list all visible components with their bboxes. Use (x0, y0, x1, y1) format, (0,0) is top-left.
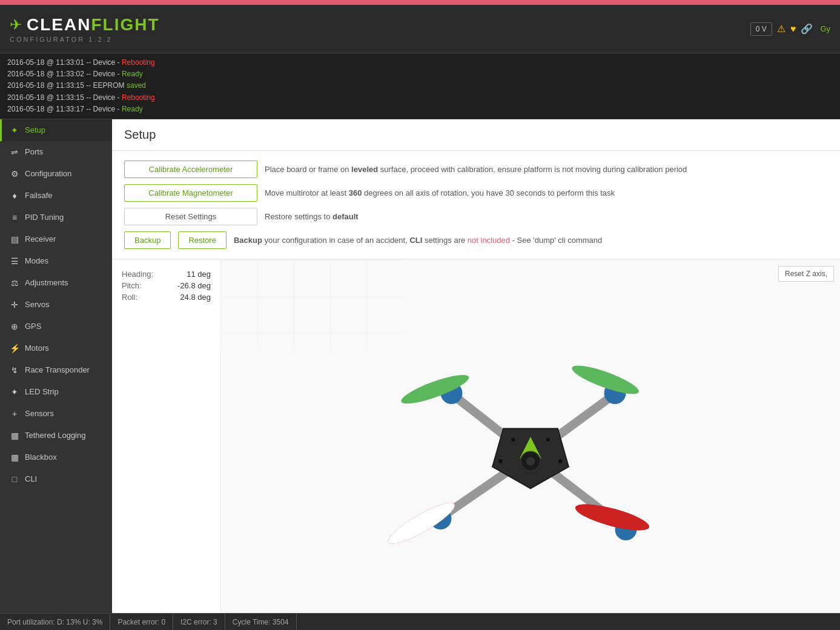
sidebar-label-ports: Ports (25, 147, 43, 156)
calibrate-mag-desc: Move multirotor at least 360 degrees on … (265, 188, 828, 197)
sidebar-item-configuration[interactable]: ⚙ Configuration (0, 163, 112, 185)
cli-icon: □ (9, 474, 20, 484)
status-bar: Port utilization: D: 13% U: 3% Packet er… (0, 613, 840, 630)
orientation-stats: Heading: 11 deg Pitch: -26.8 deg Roll: 2… (112, 260, 221, 618)
sidebar-label-modes: Modes (25, 256, 48, 265)
tethered-logging-icon: ▦ (9, 431, 20, 440)
sidebar-item-blackbox[interactable]: ▦ Blackbox (0, 446, 112, 468)
roll-value: 24.8 deg (180, 293, 211, 302)
log-status-4: Rebooting (122, 93, 155, 102)
svg-point-23 (558, 459, 563, 464)
log-status-1: Rebooting (122, 58, 155, 67)
restore-button[interactable]: Restore (178, 231, 227, 249)
log-ts-3: 2016-05-18 @ 11:33:15 -- EEPROM (7, 81, 127, 90)
calibrate-accel-row: Calibrate Accelerometer Place board or f… (124, 161, 828, 178)
svg-point-21 (511, 437, 516, 442)
sidebar-item-led-strip[interactable]: ✦ LED Strip (0, 381, 112, 403)
sidebar-label-receiver: Receiver (25, 234, 56, 244)
sidebar-label-adjustments: Adjustments (25, 278, 68, 287)
sidebar-item-ports[interactable]: ⇌ Ports (0, 141, 112, 163)
log-entry-2: 2016-05-18 @ 11:33:02 -- Device - Ready (7, 68, 833, 80)
visualization-area: Heading: 11 deg Pitch: -26.8 deg Roll: 2… (112, 259, 840, 618)
failsafe-icon: ♦ (9, 191, 20, 201)
sidebar-item-tethered-logging[interactable]: ▦ Tethered Logging (0, 425, 112, 446)
reset-settings-button[interactable]: Reset Settings (124, 208, 257, 225)
app-header: ✈ CLEANFLIGHT CONFIGURATOR 1.2.2 0 V ⚠ ♥… (0, 5, 840, 53)
sidebar-item-cli[interactable]: □ CLI (0, 468, 112, 490)
calibrate-accelerometer-button[interactable]: Calibrate Accelerometer (124, 161, 257, 178)
sidebar-item-servos[interactable]: ✛ Servos (0, 294, 112, 316)
sidebar-label-cli: CLI (25, 474, 37, 483)
svg-point-20 (526, 457, 535, 466)
sidebar-label-servos: Servos (25, 300, 49, 309)
reset-z-axis-button[interactable]: Reset Z axis, (778, 266, 834, 282)
ports-icon: ⇌ (9, 147, 20, 157)
svg-point-16 (573, 499, 651, 536)
sidebar-label-race-transponder: Race Transponder (25, 365, 90, 374)
config-icon: ⚙ (9, 169, 20, 179)
pitch-row: Pitch: -26.8 deg (122, 281, 211, 290)
sidebar-item-pid-tuning[interactable]: ≡ PID Tuning (0, 207, 112, 228)
log-entry-1: 2016-05-18 @ 11:33:01 -- Device - Reboot… (7, 57, 833, 68)
port-utilization: Port utilization: D: 13% U: 3% (7, 614, 110, 630)
backup-button[interactable]: Backup (124, 231, 171, 249)
heading-label: Heading: (122, 270, 153, 279)
sidebar-label-pid: PID Tuning (25, 213, 64, 222)
pid-icon: ≡ (9, 213, 20, 222)
packet-error: Packet error: 0 (110, 614, 173, 630)
sidebar-item-gps[interactable]: ⊕ GPS (0, 316, 112, 337)
sidebar-label-tethered-logging: Tethered Logging (25, 431, 85, 440)
sidebar-label-sensors: Sensors (25, 409, 54, 418)
backup-restore-row: Backup Restore Backup your configuration… (124, 231, 828, 249)
sidebar-label-setup: Setup (25, 125, 45, 134)
heart-icon[interactable]: ♥ (790, 24, 796, 35)
sidebar-item-setup[interactable]: ✦ Setup (0, 119, 112, 141)
log-entry-3: 2016-05-18 @ 11:33:15 -- EEPROM saved (7, 80, 833, 91)
pitch-value: -26.8 deg (177, 281, 211, 290)
sidebar-item-race-transponder[interactable]: ↯ Race Transponder (0, 359, 112, 381)
roll-row: Roll: 24.8 deg (122, 293, 211, 302)
sidebar-item-failsafe[interactable]: ♦ Failsafe (0, 185, 112, 207)
adjustments-icon: ⚖ (9, 278, 20, 288)
svg-point-24 (498, 459, 503, 464)
modes-icon: ☰ (9, 256, 20, 266)
heading-row: Heading: 11 deg (122, 270, 211, 279)
sidebar-item-receiver[interactable]: ▤ Receiver (0, 228, 112, 250)
log-entry-5: 2016-05-18 @ 11:33:17 -- Device - Ready (7, 104, 833, 115)
roll-label: Roll: (122, 293, 137, 302)
sidebar-label-led: LED Strip (25, 387, 59, 396)
sidebar-item-sensors[interactable]: + Sensors (0, 403, 112, 425)
calibrate-magnetometer-button[interactable]: Calibrate Magnetometer (124, 184, 257, 202)
log-status-5: Ready (122, 105, 143, 113)
logo-area: ✈ CLEANFLIGHT CONFIGURATOR 1.2.2 (10, 15, 160, 43)
race-transponder-icon: ↯ (9, 365, 20, 375)
log-ts-1: 2016-05-18 @ 11:33:01 -- Device - (7, 58, 122, 67)
log-ts-4: 2016-05-18 @ 11:33:15 -- Device - (7, 93, 122, 102)
calibrate-mag-row: Calibrate Magnetometer Move multirotor a… (124, 184, 828, 202)
svg-point-22 (545, 437, 551, 442)
receiver-icon: ▤ (9, 234, 20, 244)
setup-title: Setup (112, 119, 840, 151)
cycle-time: Cycle Time: 3504 (225, 614, 297, 630)
heading-value: 11 deg (187, 270, 211, 279)
sidebar-item-modes[interactable]: ☰ Modes (0, 250, 112, 272)
header-right: 0 V ⚠ ♥ 🔗 Gy (750, 22, 830, 36)
main-layout: ✦ Setup ⇌ Ports ⚙ Configuration ♦ Failsa… (0, 119, 840, 618)
content-area: Setup Calibrate Accelerometer Place boar… (112, 119, 840, 618)
link-icon[interactable]: 🔗 (801, 23, 813, 35)
logo-text: CLEANFLIGHT (27, 15, 160, 35)
log-status-2: Ready (122, 70, 143, 78)
sidebar-item-adjustments[interactable]: ⚖ Adjustments (0, 272, 112, 294)
setup-actions: Calibrate Accelerometer Place board or f… (112, 151, 840, 259)
warning-icon[interactable]: ⚠ (777, 23, 785, 35)
sidebar-label-blackbox: Blackbox (25, 453, 57, 462)
sidebar-label-failsafe: Failsafe (25, 191, 53, 200)
pitch-label: Pitch: (122, 281, 142, 290)
sidebar-item-motors[interactable]: ⚡ Motors (0, 337, 112, 359)
led-icon: ✦ (9, 387, 20, 397)
log-status-3: saved (127, 81, 146, 90)
sidebar-label-configuration: Configuration (25, 169, 71, 178)
calibrate-accel-desc: Place board or frame on leveled surface,… (265, 165, 828, 174)
setup-icon: ✦ (9, 125, 20, 135)
servos-icon: ✛ (9, 300, 20, 310)
